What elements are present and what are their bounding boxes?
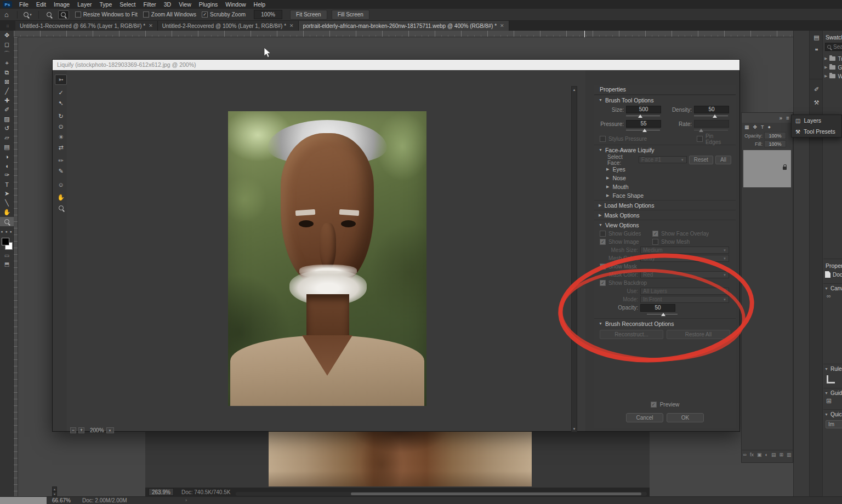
zoom-level-field[interactable]: 100%	[254, 10, 282, 19]
lasso-tool[interactable]: ⌒	[0, 49, 14, 59]
flyout-item-layers[interactable]: ◫Layers	[792, 115, 841, 126]
frame-tool[interactable]: ⊠	[0, 77, 14, 87]
menu-window[interactable]: Window	[221, 0, 249, 9]
eyedropper-tool[interactable]: ╱	[0, 87, 14, 96]
foreground-color-swatch[interactable]	[2, 238, 9, 245]
adjustment-layer-icon[interactable]: ◐	[765, 452, 767, 457]
tool-presets-panel-icon[interactable]: ⚒	[810, 96, 823, 109]
delete-layer-icon[interactable]: ▥	[787, 452, 792, 457]
preview-checkbox[interactable]: ✓Preview	[594, 400, 736, 409]
menu-type[interactable]: Type	[95, 0, 116, 9]
layer-row-background[interactable]	[743, 150, 791, 187]
menu-layer[interactable]: Layer	[73, 0, 95, 9]
hand-tool[interactable]: ✋	[0, 208, 14, 217]
lock-dot-icon[interactable]: ●	[768, 124, 771, 130]
zoom-tool[interactable]	[55, 203, 67, 213]
swatch-group-w[interactable]: ▶W	[823, 72, 842, 81]
scrollbar-thumb[interactable]	[351, 492, 641, 495]
view-options-header[interactable]: ▼ View Options	[594, 220, 736, 230]
layer-group-icon[interactable]: ▤	[771, 452, 776, 457]
hand-tool[interactable]: ✋	[55, 192, 67, 203]
menu-help[interactable]: Help	[250, 0, 270, 9]
load-mesh-options-header[interactable]: ▶ Load Mesh Options	[594, 200, 736, 210]
flyout-item-tool-presets[interactable]: ⚒Tool Presets	[792, 126, 841, 137]
eraser-tool[interactable]: ▱	[0, 133, 14, 142]
face-item-mouth[interactable]: ▶Mouth	[594, 182, 736, 191]
checkbox-scrubby-zoom[interactable]: ✓Scrubby Zoom	[202, 12, 246, 18]
brush-pressure-slider[interactable]	[626, 128, 660, 133]
path-selection-tool[interactable]: ➤	[0, 189, 14, 198]
ok-button[interactable]: OK	[667, 413, 704, 422]
close-icon[interactable]: ✕	[289, 23, 294, 28]
checkbox-resize-windows-to-fit[interactable]: Resize Windows to Fit	[75, 12, 138, 18]
ruler-icon[interactable]	[827, 375, 835, 383]
dialog-title[interactable]: Liquify (istockphoto-182903369-612x612.j…	[53, 60, 739, 70]
blur-tool[interactable]: ◑	[0, 152, 14, 161]
menu-3d[interactable]: 3D	[160, 0, 175, 9]
gradient-tool[interactable]: ▤	[0, 142, 14, 152]
menu-image[interactable]: Image	[50, 0, 73, 9]
face-item-eyes[interactable]: ▶Eyes	[594, 165, 736, 174]
shape-tool[interactable]: ╲	[0, 198, 14, 208]
zoom-in-button[interactable]	[44, 10, 55, 19]
backdrop-opacity-input[interactable]: 50	[640, 304, 675, 312]
lock-type-icon[interactable]: T	[761, 124, 764, 130]
lock-transparency-icon[interactable]: ▦	[744, 124, 749, 130]
bloat-tool[interactable]: ✳	[55, 132, 67, 142]
forward-warp-tool[interactable]: ➳	[55, 75, 67, 85]
smooth-tool[interactable]: ➷	[55, 98, 67, 108]
scroll-up-icon[interactable]: ▲	[572, 87, 577, 93]
face-aware-liquify-header[interactable]: ▼ Face-Aware Liquify	[594, 145, 736, 154]
liquify-canvas[interactable]: − + 200% ▼	[67, 70, 585, 431]
freeze-mask-tool[interactable]: ✏	[55, 156, 67, 166]
menu-view[interactable]: View	[175, 0, 195, 9]
zoom-out-button[interactable]	[58, 10, 69, 19]
scroll-down-icon[interactable]: ▼	[572, 426, 577, 432]
scroll-down-icon[interactable]: ▼	[52, 491, 57, 496]
guides-grid-icon[interactable]: ⊞	[823, 397, 842, 405]
mask-options-header[interactable]: ▶ Mask Options	[594, 210, 736, 220]
clone-stamp-tool[interactable]: ▨	[0, 114, 14, 124]
menu-edit[interactable]: Edit	[32, 0, 50, 9]
healing-brush-tool[interactable]: ✚	[0, 96, 14, 105]
thaw-mask-tool[interactable]: ✎	[55, 166, 67, 176]
menu-file[interactable]: File	[15, 0, 32, 9]
document-tab[interactable]: Untitled-2-Recovered @ 100% (Layer 1, RG…	[158, 21, 299, 31]
layer-opacity-field[interactable]: 100%	[764, 132, 786, 139]
type-tool[interactable]: T	[0, 180, 14, 189]
face-tool[interactable]: ☺	[55, 179, 67, 190]
push-left-tool[interactable]: ⇄	[55, 142, 67, 153]
document-tab[interactable]: portrait-elderly-african-man-broken-260n…	[299, 21, 509, 31]
link-dimensions-icon[interactable]: ∞	[823, 293, 842, 299]
reconstruct-tool[interactable]: ✓	[55, 88, 67, 98]
brush-reconstruct-options-header[interactable]: ▼ Brush Reconstruct Options	[594, 318, 736, 328]
zoom-tool[interactable]	[0, 217, 14, 226]
document-zoom-level[interactable]: 263.9%	[149, 488, 174, 496]
brush-tool-options-header[interactable]: ▼ Brush Tool Options	[594, 95, 736, 105]
new-layer-icon[interactable]: ⊞	[779, 452, 783, 457]
history-panel-icon[interactable]: ▤	[810, 31, 823, 44]
guides-section-header[interactable]: ▼Guides	[823, 388, 842, 397]
zoom-out-button[interactable]: −	[70, 427, 76, 433]
menu-filter[interactable]: Filter	[139, 0, 160, 9]
horizontal-scrollbar[interactable]	[236, 492, 647, 496]
fit-screen-button[interactable]: Fit Screen	[290, 10, 327, 20]
cancel-button[interactable]: Cancel	[626, 413, 663, 422]
marquee-tool[interactable]: ◻	[0, 40, 14, 49]
rulers-section-header[interactable]: ▼Rulers	[823, 364, 842, 373]
zoom-dropdown-icon[interactable]: ▼	[106, 427, 114, 433]
zoom-tool-icon[interactable]: ▼	[22, 10, 33, 19]
collapse-panel-icon[interactable]: »	[780, 115, 783, 121]
status-menu-icon[interactable]: ›	[185, 497, 187, 503]
brush-tool[interactable]: ✐	[0, 105, 14, 114]
quick-actions-section-header[interactable]: ▼Quick	[823, 409, 842, 419]
swatch-group-gr[interactable]: ▶Gr	[823, 63, 842, 72]
face-item-nose[interactable]: ▶Nose	[594, 174, 736, 182]
comments-panel-icon[interactable]: ❝	[810, 44, 823, 57]
all-button[interactable]: All	[715, 156, 731, 164]
close-icon[interactable]: ✕	[149, 23, 153, 28]
canvas-section-header[interactable]: ▼Canvas	[823, 283, 842, 293]
scroll-up-icon[interactable]: ▲	[52, 486, 57, 491]
liquify-preview-image[interactable]	[228, 111, 426, 406]
brush-density-input[interactable]: 50	[694, 106, 729, 113]
